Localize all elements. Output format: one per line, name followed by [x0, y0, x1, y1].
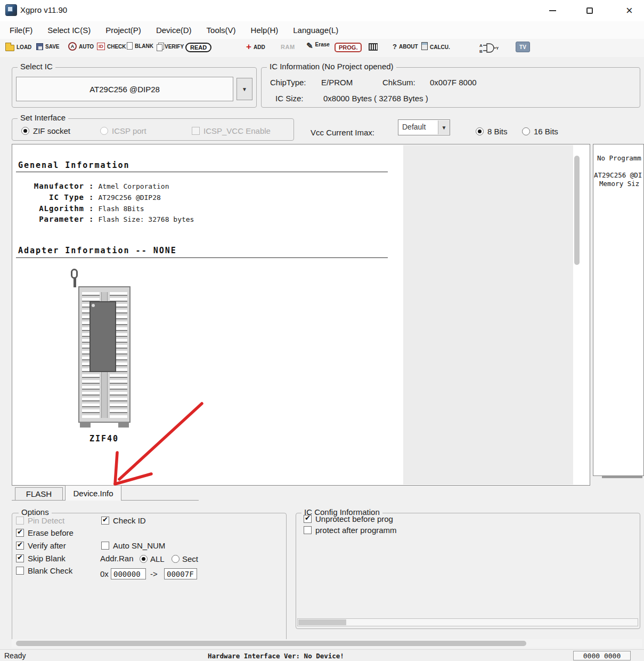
verify-after-checkbox[interactable]: Verify after [16, 541, 66, 550]
menu-device[interactable]: Device(D) [149, 23, 199, 37]
read-button[interactable]: READ [185, 43, 211, 52]
title-bar: Xgpro v11.90 × [0, 0, 644, 21]
adapter-info-heading: Adapter Information -- NONE [18, 246, 177, 255]
status-bar: Ready Hardware Interface Ver: No Device! [0, 649, 644, 661]
blank-button[interactable]: BLANK [127, 42, 153, 50]
ic-pins-button[interactable] [369, 43, 378, 51]
programmer-status-panel [593, 144, 644, 476]
icsp-port-label: ICSP port [112, 126, 146, 135]
erase-button[interactable]: ✎ Erase [306, 42, 330, 50]
programmer-status-line: AT29C256 @DI [594, 171, 642, 179]
ic-info-legend: IC Information (No Project opened) [267, 62, 396, 71]
right-panel-scrollbar[interactable] [602, 476, 642, 478]
zif-socket-radio[interactable]: ZIF socket [21, 126, 70, 135]
skip-blank-checkbox[interactable]: Skip Blank [16, 554, 66, 563]
config-horizontal-scrollbar[interactable] [297, 618, 638, 626]
status-ready: Ready [4, 651, 26, 660]
checkbox-checked-icon [101, 517, 109, 525]
close-button[interactable]: × [615, 0, 644, 21]
app-window: Xgpro v11.90 × File(F) Select IC(S) Proj… [0, 0, 644, 661]
range-from-input[interactable] [111, 568, 146, 579]
chksum-label: ChkSum: [382, 78, 415, 87]
logic-gate-icon: A B Y [479, 42, 499, 54]
parameter-label: Parameter [18, 215, 84, 223]
minimize-button[interactable] [540, 0, 565, 21]
check-id-label: Check ID [113, 516, 146, 525]
radio-selected-icon [476, 127, 484, 135]
about-button[interactable]: ? ABOUT [393, 43, 418, 51]
vcc-current-combobox[interactable]: Default ▼ [398, 119, 450, 135]
auto-sn-checkbox[interactable]: Auto SN_NUM [101, 541, 165, 550]
menu-tools[interactable]: Tools(V) [199, 23, 243, 37]
select-ic-dropdown-button[interactable]: ▼ [237, 78, 252, 100]
svg-text:A: A [479, 43, 483, 48]
bits-16-radio[interactable]: 16 Bits [522, 127, 558, 136]
protect-checkbox[interactable]: protect after programm [304, 526, 397, 535]
save-label: SAVE [45, 44, 60, 50]
status-counter: 0000 0000 [573, 651, 631, 660]
auto-button[interactable]: A AUTO [68, 42, 94, 51]
pin-detect-checkbox[interactable]: Pin Detect [16, 516, 64, 525]
separator: : [84, 182, 98, 190]
load-button[interactable]: LOAD [5, 43, 31, 51]
manufactor-value: Atmel Corporation [98, 182, 169, 190]
icsp-port-radio[interactable]: ICSP port [100, 126, 146, 135]
maximize-button[interactable] [577, 0, 602, 21]
parameter-value: Flash Size: 32768 bytes [98, 215, 194, 223]
ram-button[interactable]: RAM [281, 44, 295, 50]
selected-ic-combobox[interactable]: AT29C256 @DIP28 [16, 77, 233, 101]
check-id-button[interactable]: ID CHECK [97, 43, 126, 50]
icsp-vcc-checkbox[interactable]: ICSP_VCC Enable [192, 126, 271, 135]
menu-file[interactable]: File(F) [2, 23, 40, 37]
radio-selected-icon [140, 555, 148, 563]
add-label: ADD [254, 44, 265, 50]
blank-label: BLANK [135, 43, 153, 49]
bits-8-label: 8 Bits [487, 127, 508, 136]
scrollbar-thumb[interactable] [16, 641, 526, 646]
ic-size-label: IC Size: [275, 94, 304, 103]
tv-button[interactable]: TV [516, 42, 530, 52]
radio-icon [172, 555, 180, 563]
ic-size-value: 0x8000 Bytes ( 32768 Bytes ) [323, 94, 428, 103]
socket-label: ZIF40 [89, 434, 119, 444]
menu-project[interactable]: Project(P) [98, 23, 149, 37]
add-button[interactable]: + ADD [246, 43, 265, 51]
parameter-row: Parameter : Flash Size: 32768 bytes [18, 215, 194, 223]
svg-text:Y: Y [496, 46, 499, 51]
range-to-input[interactable] [164, 568, 197, 579]
erase-before-checkbox[interactable]: Erase before [16, 528, 74, 537]
check-id-checkbox[interactable]: Check ID [101, 516, 146, 525]
verify-button[interactable]: VERIFY [157, 42, 184, 51]
checkbox-checked-icon [16, 554, 24, 562]
menu-help[interactable]: Help(H) [243, 23, 286, 37]
tab-flash[interactable]: FLASH [15, 487, 63, 501]
unprotect-checkbox[interactable]: Unprotect before prog [304, 514, 393, 523]
bits-8-radio[interactable]: 8 Bits [476, 127, 508, 136]
folder-open-icon [5, 45, 14, 51]
addr-all-radio[interactable]: ALL [140, 554, 165, 563]
menu-language[interactable]: Language(L) [286, 23, 346, 37]
menu-select-ic[interactable]: Select IC(S) [40, 23, 98, 37]
programmer-status-line: Memory Siz [599, 180, 639, 188]
ic-type-label: IC Type [18, 193, 84, 201]
logic-test-button[interactable]: A B Y [479, 42, 499, 54]
scrollbar-thumb[interactable] [298, 619, 346, 625]
ic-info-group: IC Information (No Project opened) [261, 67, 640, 108]
blank-check-checkbox[interactable]: Blank Check [16, 566, 72, 575]
save-button[interactable]: SAVE [36, 43, 60, 50]
verify-label: VERIFY [165, 44, 184, 50]
bits-16-label: 16 Bits [534, 127, 558, 136]
about-label: ABOUT [399, 44, 418, 50]
main-horizontal-scrollbar[interactable] [12, 639, 642, 648]
chevron-down-icon: ▼ [442, 125, 447, 131]
tab-device-info[interactable]: Device.Info [65, 485, 121, 501]
vcc-dropdown-button[interactable]: ▼ [438, 120, 450, 134]
ic-pins-icon [369, 43, 378, 51]
prog-button[interactable]: PROG. [335, 43, 362, 52]
manufactor-row: Manufactor : Atmel Corporation [18, 182, 169, 190]
ram-text-icon: RAM [281, 44, 295, 50]
auto-circle-icon: A [68, 42, 77, 51]
vertical-scrollbar[interactable] [574, 156, 580, 265]
calculator-button[interactable]: CALCU. [421, 42, 450, 50]
addr-sect-radio[interactable]: Sect [172, 554, 198, 563]
